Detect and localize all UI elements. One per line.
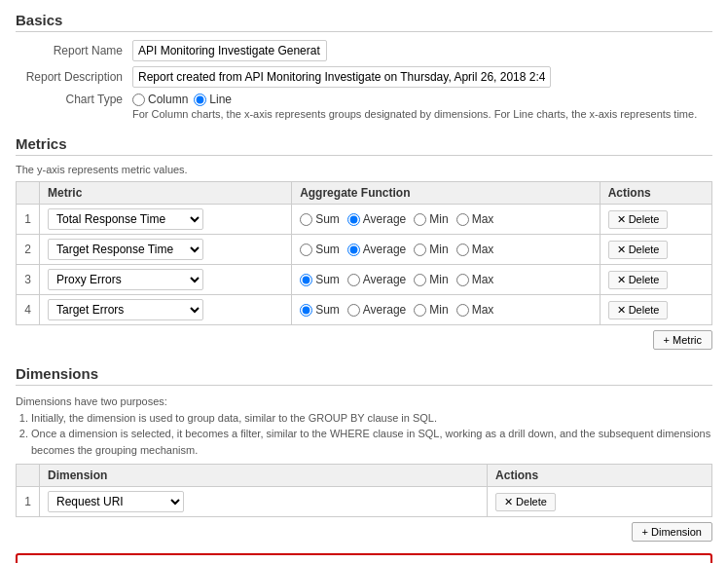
delete-metric-button[interactable]: ✕ Delete	[608, 241, 669, 259]
dimensions-title: Dimensions	[16, 365, 712, 386]
metrics-section: Metrics The y-axis represents metric val…	[16, 135, 712, 350]
agg-label: Min	[429, 303, 448, 317]
line-radio[interactable]	[194, 94, 206, 106]
metrics-actions-header: Actions	[600, 182, 711, 205]
times-icon: ✕	[617, 274, 626, 286]
agg-option: Max	[456, 273, 494, 286]
delete-label: Delete	[629, 244, 660, 255]
agg-radio-sum[interactable]	[300, 274, 312, 286]
report-name-row: Report Name	[16, 40, 712, 61]
dimensions-desc-item1: Initially, the dimension is used to grou…	[31, 410, 712, 427]
chart-type-row: Chart Type Column Line For Column charts…	[16, 93, 712, 120]
agg-option: Sum	[300, 243, 340, 256]
agg-label: Sum	[315, 212, 340, 226]
dimension-select[interactable]: Request URI	[48, 491, 184, 512]
metric-cell: Target Response Time	[40, 235, 292, 265]
column-radio[interactable]	[132, 94, 145, 106]
agg-options: Sum Average Min Max	[300, 303, 592, 317]
table-row: 1 Total Response Time Sum Average Min Ma…	[17, 205, 712, 235]
chart-type-options: Column Line For Column charts, the x-axi…	[132, 93, 697, 120]
agg-radio-max[interactable]	[456, 304, 469, 317]
add-metric-row: + Metric	[16, 330, 712, 350]
agg-radio-average[interactable]	[347, 244, 360, 256]
agg-label: Average	[363, 243, 406, 256]
metrics-subtitle: The y-axis represents metric values.	[16, 164, 712, 175]
agg-radio-min[interactable]	[414, 213, 426, 226]
report-desc-input[interactable]	[132, 66, 551, 88]
times-icon: ✕	[504, 496, 513, 508]
dimensions-desc: Dimensions have two purposes: Initially,…	[16, 394, 712, 458]
agg-radio-sum[interactable]	[300, 213, 312, 226]
report-desc-row: Report Description	[16, 66, 712, 88]
agg-option: Max	[456, 303, 494, 317]
agg-label: Max	[472, 243, 494, 256]
agg-radio-average[interactable]	[347, 304, 360, 317]
agg-cell: Sum Average Min Max	[292, 265, 601, 295]
metric-select[interactable]: Target Response Time	[48, 239, 203, 260]
metric-select[interactable]: Total Response Time	[48, 208, 203, 230]
chart-type-note: For Column charts, the x-axis represents…	[132, 108, 697, 120]
agg-radio-max[interactable]	[456, 244, 469, 256]
times-icon: ✕	[617, 213, 626, 226]
agg-radio-sum[interactable]	[300, 304, 312, 317]
delete-label: Delete	[629, 213, 660, 225]
page-container: Basics Report Name Report Description Ch…	[0, 0, 728, 563]
agg-label: Sum	[315, 273, 340, 286]
agg-label: Sum	[315, 303, 340, 317]
dimensions-desc-item2: Once a dimension is selected, it becomes…	[31, 426, 712, 458]
agg-label: Min	[429, 273, 448, 286]
delete-dimension-button[interactable]: ✕ Delete	[495, 493, 556, 511]
report-name-input[interactable]	[132, 40, 327, 61]
line-label: Line	[209, 93, 232, 106]
table-row: 4 Target Errors Sum Average Min Max ✕ De…	[17, 295, 712, 325]
delete-metric-button[interactable]: ✕ Delete	[608, 301, 669, 319]
dim-dimension-header: Dimension	[40, 465, 488, 487]
agg-option: Sum	[300, 303, 340, 317]
row-num: 1	[17, 487, 40, 517]
agg-label: Max	[472, 212, 494, 226]
metrics-title: Metrics	[16, 135, 712, 156]
chart-type-radio-group: Column Line	[132, 93, 697, 106]
dim-num-header	[17, 465, 40, 487]
report-name-label: Report Name	[16, 44, 132, 57]
report-desc-label: Report Description	[16, 70, 132, 84]
metrics-num-header	[17, 182, 40, 205]
dimensions-desc-intro: Dimensions have two purposes:	[16, 395, 167, 407]
agg-radio-average[interactable]	[347, 213, 360, 226]
column-radio-group: Column	[132, 93, 188, 106]
agg-cell: Sum Average Min Max	[292, 205, 601, 235]
agg-radio-max[interactable]	[456, 213, 469, 226]
add-dimension-button[interactable]: + Dimension	[632, 522, 712, 542]
agg-radio-min[interactable]	[414, 244, 426, 256]
line-radio-group: Line	[194, 93, 232, 106]
agg-label: Min	[429, 212, 448, 226]
add-metric-button[interactable]: + Metric	[653, 330, 712, 350]
dim-actions-header: Actions	[488, 465, 712, 487]
metric-select[interactable]: Target Errors	[48, 299, 203, 320]
actions-cell: ✕ Delete	[600, 265, 711, 295]
agg-label: Average	[363, 212, 406, 226]
agg-options: Sum Average Min Max	[300, 212, 592, 226]
basics-section: Basics Report Name Report Description Ch…	[16, 12, 712, 120]
agg-option: Average	[347, 243, 406, 256]
delete-metric-button[interactable]: ✕ Delete	[608, 210, 669, 229]
chart-type-label: Chart Type	[16, 93, 132, 106]
actions-cell: ✕ Delete	[600, 205, 711, 235]
metric-cell: Proxy Errors	[40, 265, 292, 295]
agg-radio-sum[interactable]	[300, 244, 312, 256]
table-row: 2 Target Response Time Sum Average Min M…	[17, 235, 712, 265]
times-icon: ✕	[617, 304, 626, 317]
agg-option: Sum	[300, 212, 340, 226]
agg-radio-max[interactable]	[456, 274, 469, 286]
agg-radio-average[interactable]	[347, 274, 360, 286]
delete-metric-button[interactable]: ✕ Delete	[608, 271, 669, 289]
agg-option: Min	[414, 273, 448, 286]
agg-radio-min[interactable]	[414, 274, 426, 286]
metric-select[interactable]: Proxy Errors	[48, 269, 203, 290]
agg-label: Max	[472, 303, 494, 317]
agg-option: Min	[414, 243, 448, 256]
agg-option: Max	[456, 212, 494, 226]
agg-options: Sum Average Min Max	[300, 243, 592, 256]
agg-radio-min[interactable]	[414, 304, 426, 317]
metrics-table: Metric Aggregate Function Actions 1 Tota…	[16, 181, 712, 325]
